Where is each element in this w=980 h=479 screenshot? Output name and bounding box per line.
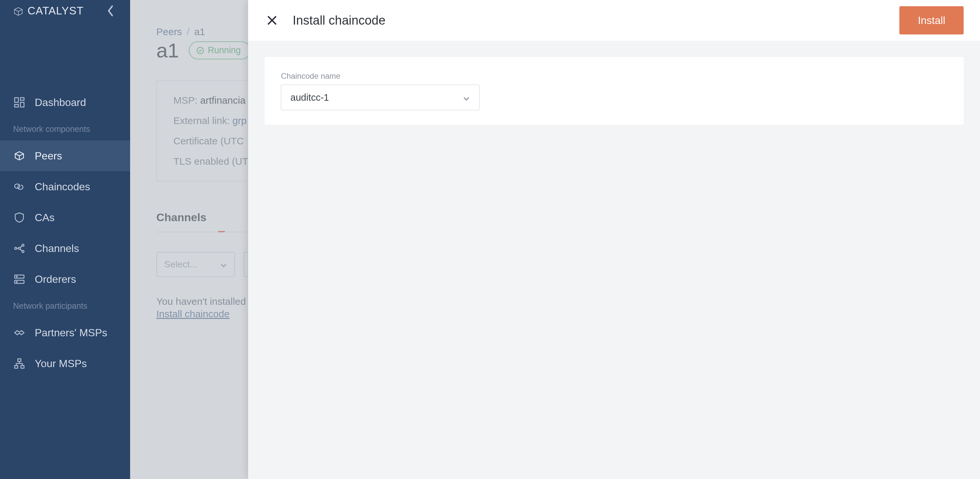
breadcrumb-separator: / [187,26,189,37]
svg-rect-14 [21,366,24,368]
chaincode-name-value: auditcc-1 [290,92,329,103]
chevron-down-icon [220,261,227,268]
modal-header: Install chaincode Install [248,0,980,41]
sidebar-item-cas[interactable]: CAs [0,202,130,233]
chaincode-name-label: Chaincode name [281,72,947,81]
filter-select[interactable]: Select... [156,252,235,277]
close-icon [265,13,279,27]
chaincode-name-select[interactable]: auditcc-1 [281,85,479,110]
tab-channels[interactable]: Channels [156,211,207,232]
svg-rect-1 [20,98,24,101]
sidebar-item-peers[interactable]: Peers [0,141,130,171]
sidebar-label-cas: CAs [35,212,54,224]
svg-rect-0 [15,98,18,102]
dashboard-icon [13,96,25,109]
brand-logo: CATALYST [13,5,84,17]
sidebar-item-partners-msps[interactable]: Partners' MSPs [0,317,130,348]
svg-rect-2 [20,102,24,107]
section-network-participants: Network participants [0,295,130,317]
status-badge: Running [189,42,251,59]
close-modal-button[interactable] [264,13,280,28]
sidebar-header: CATALYST [0,0,130,21]
check-circle-icon [196,46,205,55]
orderers-icon [13,273,25,286]
svg-rect-3 [15,104,18,107]
sidebar: CATALYST Dashboard Network components Pe… [0,0,130,479]
svg-point-11 [16,281,18,283]
status-text: Running [208,45,241,56]
sidebar-label-orderers: Orderers [35,273,76,286]
sidebar-item-your-msps[interactable]: Your MSPs [0,348,130,379]
logo-cube-icon [13,6,24,15]
sidebar-collapse-button[interactable] [104,4,117,18]
svg-point-4 [15,247,17,249]
org-tree-icon [13,357,25,370]
external-link-label: External link: [173,115,230,126]
page-title: a1 [156,39,179,62]
certificate-label: Certificate (UTC [173,136,244,146]
shield-icon [13,211,25,224]
sidebar-label-channels: Channels [35,243,79,255]
sidebar-body: Dashboard Network components Peers Chain… [0,21,130,479]
modal-body: Chaincode name auditcc-1 [248,41,980,141]
svg-point-6 [22,250,24,252]
breadcrumb-root[interactable]: Peers [156,26,182,37]
sidebar-item-dashboard[interactable]: Dashboard [0,87,130,118]
chevron-down-icon [463,94,470,101]
svg-rect-12 [18,359,21,362]
sidebar-label-peers: Peers [35,150,62,162]
svg-rect-13 [15,366,18,368]
install-button[interactable]: Install [899,6,964,34]
sidebar-label-partners-msps: Partners' MSPs [35,327,107,339]
tls-label: TLS enabled (UT [173,156,248,167]
sidebar-label-chaincodes: Chaincodes [35,181,90,193]
handshake-icon [13,326,25,339]
sidebar-item-channels[interactable]: Channels [0,233,130,264]
sidebar-label-dashboard: Dashboard [35,96,86,109]
svg-point-15 [197,47,204,54]
filter-select-placeholder: Select... [164,259,197,270]
sidebar-item-chaincodes[interactable]: Chaincodes [0,171,130,202]
install-chaincode-link[interactable]: Install chaincode [156,308,229,319]
msp-label: MSP: [173,95,197,105]
channels-icon [13,242,25,255]
sidebar-label-your-msps: Your MSPs [35,358,87,370]
svg-point-10 [16,276,18,277]
msp-value: artfinancia [200,95,245,105]
section-network-components: Network components [0,118,130,141]
modal-title: Install chaincode [293,13,385,27]
peers-icon [13,150,25,162]
external-link-value[interactable]: grp [232,115,247,126]
svg-point-5 [22,244,24,246]
form-card: Chaincode name auditcc-1 [264,57,964,125]
breadcrumb-current: a1 [194,26,205,37]
sidebar-item-orderers[interactable]: Orderers [0,264,130,295]
install-chaincode-modal: Install chaincode Install Chaincode name… [248,0,980,479]
chaincodes-icon [13,180,25,193]
brand-name: CATALYST [27,5,84,17]
